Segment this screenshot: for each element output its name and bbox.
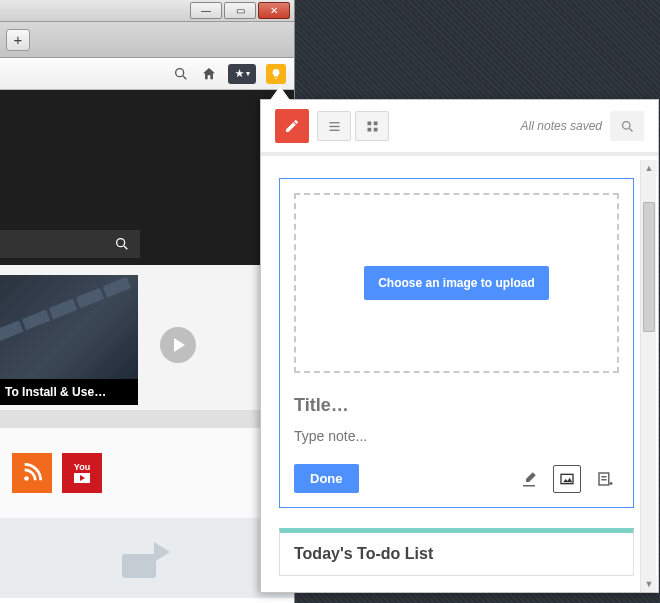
svg-line-13: [629, 128, 632, 131]
compose-button[interactable]: [275, 109, 309, 143]
scroll-down[interactable]: ▼: [641, 576, 657, 592]
home-icon[interactable]: [200, 65, 218, 83]
compose-note-card: Choose an image to upload Done: [279, 178, 634, 508]
svg-point-2: [117, 239, 125, 247]
svg-line-3: [124, 246, 127, 249]
panel-body: Choose an image to upload Done Today's T…: [261, 160, 658, 592]
play-icon[interactable]: [160, 327, 196, 363]
note-card[interactable]: Today's To-do List: [279, 528, 634, 576]
page-content: To Install & Use… You: [0, 90, 294, 598]
scrollbar[interactable]: ▲ ▼: [640, 160, 656, 592]
choose-image-button[interactable]: Choose an image to upload: [364, 266, 549, 300]
svg-rect-10: [367, 127, 371, 131]
bookmarks-dropdown[interactable]: ▾: [228, 64, 256, 84]
save-status: All notes saved: [521, 119, 602, 133]
panel-pointer: [270, 86, 290, 100]
svg-line-1: [183, 76, 186, 79]
svg-point-4: [24, 476, 29, 481]
scroll-up[interactable]: ▲: [641, 160, 657, 176]
note-title: Today's To-do List: [294, 545, 433, 562]
svg-rect-8: [367, 121, 371, 125]
maximize-button[interactable]: ▭: [224, 2, 256, 19]
svg-point-0: [176, 68, 184, 76]
tab-strip: +: [0, 22, 294, 58]
youtube-icon[interactable]: You: [62, 453, 102, 493]
card-actions: Done: [294, 464, 619, 493]
search-icon[interactable]: [172, 65, 190, 83]
color-icon[interactable]: [515, 465, 543, 493]
done-button[interactable]: Done: [294, 464, 359, 493]
minimize-button[interactable]: —: [190, 2, 222, 19]
note-body-input[interactable]: [294, 426, 619, 446]
browser-window: — ▭ ✕ + ▾ To: [0, 0, 295, 603]
rss-icon[interactable]: [12, 453, 52, 493]
media-row: To Install & Use…: [0, 265, 294, 410]
keep-extension-icon[interactable]: [266, 64, 286, 84]
note-title-input[interactable]: [294, 391, 619, 420]
page-search-bar[interactable]: [0, 230, 140, 258]
thumbnail-caption: To Install & Use…: [0, 379, 138, 405]
grid-view-button[interactable]: [355, 111, 389, 141]
new-tab-button[interactable]: +: [6, 29, 30, 51]
keep-panel: All notes saved Choose an image to uploa…: [260, 99, 659, 593]
close-button[interactable]: ✕: [258, 2, 290, 19]
svg-rect-9: [373, 121, 377, 125]
svg-rect-5: [329, 122, 339, 123]
divider: [0, 410, 294, 428]
list-view-button[interactable]: [317, 111, 351, 141]
list-icon[interactable]: [591, 465, 619, 493]
svg-marker-15: [563, 477, 572, 482]
title-bar: — ▭ ✕: [0, 0, 294, 22]
bottom-panel: [0, 518, 294, 598]
scroll-thumb[interactable]: [643, 202, 655, 332]
svg-rect-11: [373, 127, 377, 131]
social-row: You: [0, 428, 294, 518]
panel-header: All notes saved: [261, 100, 658, 156]
video-thumbnail[interactable]: To Install & Use…: [0, 275, 138, 405]
page-hero: [0, 90, 294, 265]
share-icon[interactable]: [122, 538, 172, 578]
svg-rect-6: [329, 125, 339, 126]
image-drop-zone[interactable]: Choose an image to upload: [294, 193, 619, 373]
browser-toolbar: ▾: [0, 58, 294, 90]
search-notes-button[interactable]: [610, 111, 644, 141]
svg-rect-7: [329, 129, 339, 130]
svg-point-12: [622, 121, 630, 129]
image-icon[interactable]: [553, 465, 581, 493]
